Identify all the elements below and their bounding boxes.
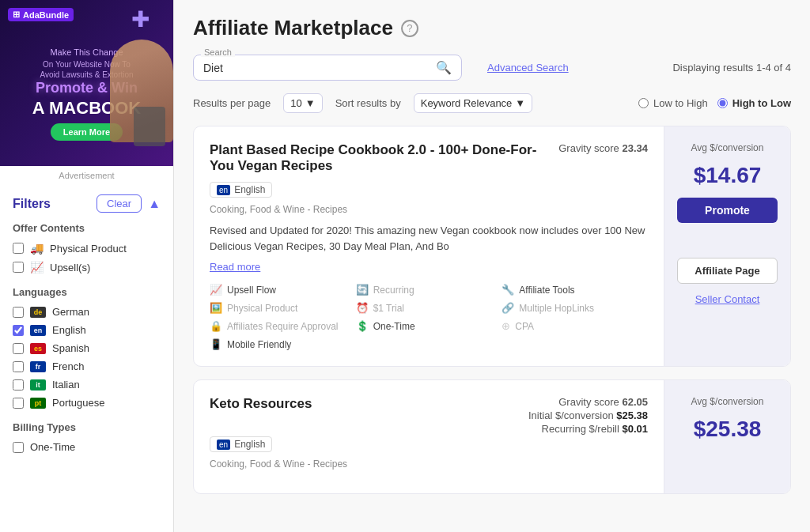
low-to-high-label: Low to High — [653, 97, 708, 109]
ad-label: Advertisement — [0, 166, 173, 185]
product-desc-0: Revised and Updated for 2020! This amazi… — [210, 223, 648, 254]
keto-initial-line: Initial $/conversion $25.38 — [528, 409, 648, 421]
ad-plus-icon: ✚ — [131, 6, 150, 32]
offer-contents-section: Offer Contents 🚚 Physical Product 📈 Upse… — [13, 222, 161, 274]
order-radio-group: Low to High High to Low — [638, 97, 791, 109]
flag-fr: fr — [30, 361, 46, 372]
upsell-icon: 📈 — [30, 261, 44, 274]
lang-code-1: en — [217, 440, 230, 450]
search-icon[interactable]: 🔍 — [436, 60, 452, 75]
mobile-label: Mobile Friendly — [227, 339, 291, 350]
upsell-flow-icon: 📈 — [210, 284, 222, 296]
search-bar: Search 🔍 — [193, 55, 462, 81]
category-0: Cooking, Food & Wine - Recipes — [210, 204, 648, 215]
avg-label-0: Avg $/conversion — [691, 142, 764, 153]
filter-upsells[interactable]: 📈 Upsell(s) — [13, 261, 161, 274]
cpa-icon: ⊕ — [502, 320, 510, 332]
feature-one-time: 💲 One-Time — [356, 320, 502, 332]
feature-physical-product: 🖼️ Physical Product — [210, 302, 356, 314]
seller-contact-link-0[interactable]: Seller Contact — [695, 293, 760, 305]
feature-cpa: ⊕ CPA — [502, 320, 648, 332]
low-to-high-input[interactable] — [638, 98, 649, 108]
high-to-low-label: High to Low — [732, 97, 791, 109]
cpa-label: CPA — [515, 321, 534, 332]
promote-button-0[interactable]: Promote — [677, 198, 778, 223]
lang-fr-label: French — [52, 360, 84, 372]
approval-icon: 🔒 — [210, 320, 222, 332]
physical-product-feat-label: Physical Product — [227, 303, 297, 314]
flag-it: it — [30, 379, 46, 391]
filter-lang-fr[interactable]: fr French — [13, 360, 161, 372]
controls-row: Results per page 10 ▼ Sort results by Ke… — [193, 93, 791, 113]
affiliate-page-button-0[interactable]: Affiliate Page — [677, 258, 778, 284]
keto-scores: Gravity score 62.05 Initial $/conversion… — [528, 396, 648, 436]
one-time-label: One-Time — [30, 441, 75, 453]
clear-filters-button[interactable]: Clear — [97, 194, 142, 213]
one-time-feat-label: One-Time — [373, 321, 415, 332]
help-icon[interactable]: ? — [401, 20, 418, 37]
languages-title: Languages — [13, 286, 161, 298]
collapse-icon[interactable]: ▲ — [148, 197, 161, 211]
rpp-label: Results per page — [193, 97, 271, 109]
lang-badge-0: en English — [210, 182, 272, 198]
physical-product-feat-icon: 🖼️ — [210, 302, 222, 314]
filter-physical-product[interactable]: 🚚 Physical Product — [13, 242, 161, 255]
feature-recurring: 🔄 Recurring — [356, 284, 502, 296]
filter-one-time[interactable]: One-Time — [13, 441, 161, 453]
lang-en-checkbox[interactable] — [13, 325, 24, 336]
feature-affiliates-require-approval: 🔒 Affiliates Require Approval — [210, 320, 356, 332]
lang-en-label: English — [52, 324, 86, 336]
ada-logo: ⊞ AdaBundle — [8, 8, 74, 21]
card-main-1: Keto Resources Gravity score 62.05 Initi… — [194, 380, 664, 493]
truck-icon: 🚚 — [30, 242, 44, 255]
filters-title: Filters — [13, 197, 51, 211]
lang-es-checkbox[interactable] — [13, 343, 24, 354]
search-row: Search 🔍 Advanced Search Displaying resu… — [193, 55, 791, 81]
recurring-icon: 🔄 — [356, 284, 369, 296]
hoplinks-icon: 🔗 — [502, 302, 514, 314]
rpp-select[interactable]: 10 ▼ — [283, 93, 322, 113]
feature-1-trial: ⏰ $1 Trial — [356, 302, 502, 314]
low-to-high-radio[interactable]: Low to High — [638, 97, 708, 109]
lang-badge-1: en English — [210, 436, 272, 452]
lang-label-1: English — [234, 439, 265, 450]
lang-fr-checkbox[interactable] — [13, 361, 24, 372]
lang-pt-checkbox[interactable] — [13, 398, 24, 409]
trial-label: $1 Trial — [373, 303, 404, 314]
filter-lang-pt[interactable]: pt Portuguese — [13, 397, 161, 409]
gravity-score-0: Gravity score 23.34 — [558, 142, 648, 154]
sort-select[interactable]: Keyword Relevance ▼ — [414, 93, 533, 113]
upsells-label: Upsell(s) — [50, 262, 90, 274]
avg-label-1: Avg $/conversion — [691, 396, 764, 407]
search-input[interactable] — [203, 62, 430, 74]
filter-lang-es[interactable]: es Spanish — [13, 342, 161, 354]
one-time-checkbox[interactable] — [13, 442, 24, 453]
keto-gravity-line: Gravity score 62.05 — [528, 396, 648, 408]
keto-recurring-line: Recurring $/rebill $0.01 — [528, 423, 648, 435]
card-sidebar-0: Avg $/conversion $14.67 Promote Affiliat… — [664, 126, 790, 366]
lang-it-checkbox[interactable] — [13, 379, 24, 391]
product-card-1: Keto Resources Gravity score 62.05 Initi… — [193, 379, 791, 494]
feature-multiple-hoplinks: 🔗 Multiple HopLinks — [502, 302, 648, 314]
filter-lang-it[interactable]: it Italian — [13, 379, 161, 391]
lang-de-checkbox[interactable] — [13, 307, 24, 318]
high-to-low-input[interactable] — [717, 98, 728, 108]
product-card-0: Plant Based Recipe Cookbook 2.0 - 100+ D… — [193, 126, 791, 367]
physical-product-checkbox[interactable] — [13, 243, 24, 254]
keto-title-row: Keto Resources Gravity score 62.05 Initi… — [210, 396, 648, 436]
filter-lang-en[interactable]: en English — [13, 324, 161, 336]
read-more-link-0[interactable]: Read more — [210, 261, 260, 273]
filter-lang-de[interactable]: de German — [13, 306, 161, 318]
filters-panel: Filters Clear ▲ Offer Contents 🚚 Physica… — [0, 185, 173, 475]
advanced-search-link[interactable]: Advanced Search — [487, 62, 569, 74]
approval-label: Affiliates Require Approval — [227, 321, 339, 332]
billing-types-title: Billing Types — [13, 421, 161, 433]
one-time-feat-icon: 💲 — [356, 320, 369, 332]
page-title: Affiliate Marketplace — [193, 16, 393, 40]
lang-pt-label: Portuguese — [52, 397, 105, 409]
card-sidebar-1: Avg $/conversion $25.38 — [664, 380, 790, 493]
upsells-checkbox[interactable] — [13, 262, 24, 273]
high-to-low-radio[interactable]: High to Low — [717, 97, 791, 109]
physical-product-label: Physical Product — [50, 243, 127, 255]
flag-es: es — [30, 343, 46, 354]
